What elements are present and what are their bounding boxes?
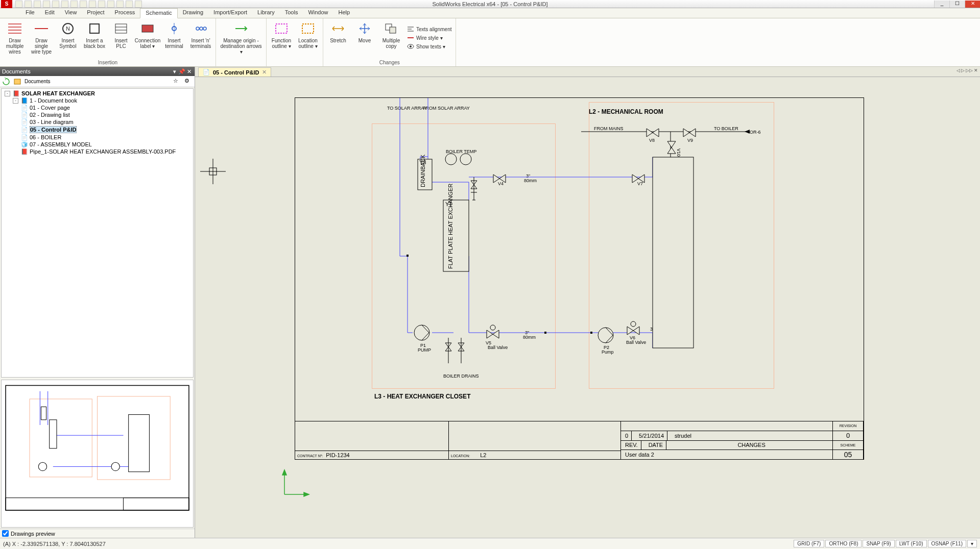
tab-nav-end[interactable]: ▷▷	[966, 68, 973, 73]
menu-edit[interactable]: Edit	[40, 8, 60, 18]
drawings-preview-checkbox[interactable]	[2, 530, 9, 537]
draw-multiple-wires-button[interactable]: Draw multiple wires	[2, 19, 28, 56]
qat-btn[interactable]	[70, 1, 78, 8]
svg-rect-18	[302, 24, 314, 33]
connection-label-button[interactable]: Connection label ▾	[135, 19, 160, 50]
tree-doc[interactable]: 📕Pipe_1-SOLAR HEAT EXCHANGER ASSEMBLY-00…	[21, 148, 192, 155]
stretch-button[interactable]: Stretch	[325, 19, 351, 44]
svg-rect-54	[544, 332, 546, 334]
gear-icon[interactable]: ⚙	[184, 78, 193, 86]
tree-doc[interactable]: 📄06 - BOILER	[21, 134, 192, 141]
qat-btn[interactable]	[43, 1, 50, 8]
menu-help[interactable]: Help	[333, 8, 355, 18]
drawing-frame: L2 - MECHANICAL ROOM L3 - HEAT EXCHANGER…	[295, 97, 864, 460]
tab-nav-right[interactable]: ▷	[961, 68, 965, 73]
preview-pane	[1, 380, 194, 528]
insert-terminal-button[interactable]: Insert terminal	[161, 19, 187, 50]
qat-btn[interactable]	[15, 1, 22, 8]
tree-book[interactable]: -📘1 - Document book	[13, 97, 192, 104]
preview-checkbox-row: Drawings preview	[0, 529, 195, 538]
tab-close-all[interactable]: ✕	[974, 68, 978, 73]
qat-btn[interactable]	[80, 1, 87, 8]
tree-doc[interactable]: 📄02 - Drawing list	[21, 111, 192, 118]
manage-origin-destination-button[interactable]: Manage origin - destination arrows ▾	[218, 19, 264, 56]
qat-btn[interactable]	[89, 1, 96, 8]
app-icon: S	[1, 0, 12, 8]
qat-btn[interactable]	[25, 1, 32, 8]
panel-close-button[interactable]: ✕	[185, 68, 193, 75]
menu-import-export[interactable]: Import/Export	[208, 8, 252, 18]
lwt-toggle[interactable]: LWT (F10)	[896, 540, 927, 547]
function-outline-button[interactable]: Function outline ▾	[269, 19, 294, 50]
tree-doc[interactable]: 📄01 - Cover page	[21, 104, 192, 111]
svg-text:Y3: Y3	[419, 159, 426, 165]
document-tab[interactable]: 📄 05 - Control P&ID ✕	[198, 67, 271, 77]
menu-schematic[interactable]: Schematic	[140, 8, 177, 18]
status-dropdown[interactable]: ▾	[967, 540, 977, 547]
menu-project[interactable]: Project	[82, 8, 109, 18]
tab-close-button[interactable]: ✕	[262, 69, 267, 76]
qat-btn[interactable]	[61, 1, 68, 8]
menu-drawing[interactable]: Drawing	[178, 8, 208, 18]
svg-rect-7	[90, 24, 99, 33]
maximize-button[interactable]: ☐	[949, 1, 965, 8]
menu-view[interactable]: View	[60, 8, 82, 18]
refresh-icon[interactable]	[2, 78, 10, 86]
drawing-canvas[interactable]: L2 - MECHANICAL ROOM L3 - HEAT EXCHANGER…	[195, 77, 980, 538]
multiple-copy-button[interactable]: Multiple copy	[378, 19, 404, 50]
close-button[interactable]: ✕	[965, 1, 980, 8]
qat-btn[interactable]	[52, 1, 59, 8]
document-tree[interactable]: -📕SOLAR HEAT EXCHANGER -📘1 - Document bo…	[1, 88, 194, 378]
panel-pin-button[interactable]: 📌	[178, 68, 185, 75]
tree-doc[interactable]: 🧊07 - ASSEMBLY MODEL	[21, 141, 192, 148]
menu-tools[interactable]: Tools	[280, 8, 303, 18]
svg-rect-31	[50, 420, 57, 448]
menubar: File Edit View Project Process Schematic…	[0, 8, 980, 18]
wire-style-button[interactable]: Wire style ▾	[405, 34, 453, 42]
qat-btn[interactable]	[107, 1, 114, 8]
document-tabs: 📄 05 - Control P&ID ✕ ◁ ▷ ▷▷ ✕	[195, 67, 980, 77]
qat-btn[interactable]	[98, 1, 105, 8]
panel-dropdown-button[interactable]: ▾	[171, 68, 178, 75]
osnap-toggle[interactable]: OSNAP (F11)	[928, 540, 967, 547]
insert-black-box-button[interactable]: Insert a black box	[82, 19, 107, 50]
qat-btn[interactable]	[135, 1, 142, 8]
minimize-button[interactable]: _	[934, 1, 949, 8]
menu-library[interactable]: Library	[252, 8, 280, 18]
snap-toggle[interactable]: SNAP (F9)	[863, 540, 894, 547]
qat-btn[interactable]	[126, 1, 133, 8]
documents-panel: Documents ▾ 📌 ✕ Documents ☆ ⚙ -📕SOLAR HE…	[0, 67, 195, 538]
tab-nav-left[interactable]: ◁	[957, 68, 960, 73]
origin-marker	[200, 159, 226, 184]
ribbon-group-insertion: Draw multiple wires Draw single wire typ…	[0, 18, 216, 66]
model-icon: 🧊	[21, 141, 28, 147]
texts-alignment-button[interactable]: Texts alignment	[405, 25, 453, 33]
titleblock: CONTRACT Nº: PID-1234 LOCATION: L2 05/21…	[295, 421, 864, 459]
insert-plc-button[interactable]: Insert PLC	[108, 19, 134, 50]
svg-rect-17	[276, 24, 287, 33]
move-button[interactable]: Move	[352, 19, 377, 44]
insert-n-terminals-button[interactable]: Insert 'n' terminals	[188, 19, 213, 50]
tree-root[interactable]: -📕SOLAR HEAT EXCHANGER	[5, 90, 192, 97]
svg-point-34	[111, 462, 119, 470]
menu-process[interactable]: Process	[110, 8, 140, 18]
page-icon: 📄	[21, 112, 28, 118]
insert-symbol-button[interactable]: NInsert Symbol	[55, 19, 81, 50]
svg-point-51	[490, 325, 495, 330]
star-icon[interactable]: ☆	[173, 78, 181, 86]
show-texts-button[interactable]: Show texts ▾	[405, 42, 453, 51]
tree-doc[interactable]: 📄05 - Control P&ID	[21, 126, 192, 134]
tree-doc[interactable]: 📄03 - Line diagram	[21, 118, 192, 126]
qat-btn[interactable]	[34, 1, 41, 8]
menu-file[interactable]: File	[20, 8, 40, 18]
page-icon: 📄	[21, 119, 28, 125]
grid-toggle[interactable]: GRID (F7)	[794, 540, 824, 547]
draw-single-wire-button[interactable]: Draw single wire type	[29, 19, 54, 56]
ortho-toggle[interactable]: ORTHO (F8)	[825, 540, 862, 547]
menu-window[interactable]: Window	[303, 8, 333, 18]
qat-btn[interactable]	[116, 1, 124, 8]
svg-text:Y1: Y1	[445, 201, 452, 207]
location-outline-button[interactable]: Location outline ▾	[295, 19, 321, 50]
preview-drawing	[4, 382, 191, 525]
book-icon[interactable]	[13, 78, 21, 86]
